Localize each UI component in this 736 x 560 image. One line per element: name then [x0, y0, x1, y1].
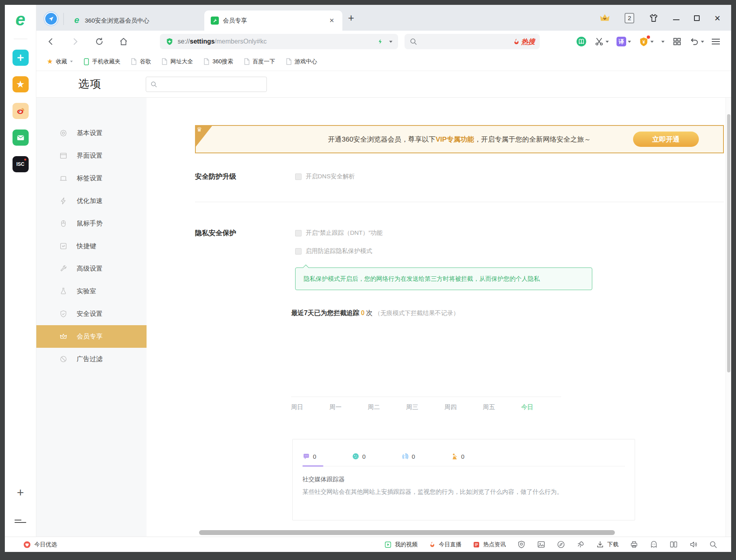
refresh-button[interactable] [94, 37, 104, 46]
tab-close-icon[interactable]: ✕ [327, 16, 336, 25]
news-icon [473, 541, 480, 548]
browser-360-logo-icon[interactable]: e [12, 11, 29, 29]
scissors-dropdown-icon[interactable] [606, 41, 609, 43]
stat-cookie-tracker[interactable]: 0 [352, 452, 365, 460]
download-button[interactable]: 下载 [596, 541, 619, 548]
screenshot-scissors-icon[interactable] [594, 37, 609, 46]
wallet-dropdown-icon[interactable] [650, 41, 654, 43]
navigation-ball-icon[interactable] [44, 11, 59, 26]
bookmark-favorites[interactable]: ★ 收藏 [47, 57, 73, 66]
back-button[interactable] [46, 37, 56, 46]
site-safety-icon[interactable] [517, 540, 526, 549]
tab-count-badge[interactable]: 2 [625, 13, 634, 23]
week-tab-today[interactable]: 今日 [521, 403, 533, 411]
undo-closed-tab-icon[interactable] [690, 37, 704, 46]
wallet-shield-icon[interactable]: ¥ [639, 37, 654, 47]
daily-picks-button[interactable]: 今日优选 [23, 541, 57, 549]
dns-resolution-checkbox[interactable] [295, 173, 302, 180]
sidebar-item-mouse-gestures[interactable]: 鼠标手势 [36, 212, 147, 235]
quick-access-bolt-icon[interactable] [377, 38, 384, 45]
favorites-star-app-icon[interactable]: ★ [13, 76, 29, 92]
extensions-dropdown-icon[interactable] [661, 41, 665, 43]
page-search-icon[interactable] [709, 540, 717, 549]
anti-tracking-checkbox[interactable] [295, 248, 302, 255]
printer-icon[interactable] [630, 540, 638, 549]
bookmark-mobile-favorites[interactable]: 手机收藏夹 [84, 58, 120, 65]
speaker-icon[interactable] [689, 540, 698, 549]
bookmark-baidu[interactable]: 百度一下 [244, 58, 275, 65]
isc-app-icon[interactable]: ISC [13, 156, 29, 172]
settings-search-input[interactable] [146, 77, 267, 92]
sidebar-item-shortcuts[interactable]: 快捷键 [36, 235, 147, 257]
home-button[interactable] [119, 37, 128, 46]
week-tab-sunday[interactable]: 周日 [291, 403, 303, 411]
week-tab-tuesday[interactable]: 周二 [368, 403, 380, 411]
image-viewer-icon[interactable] [537, 540, 545, 549]
live-streaming-button[interactable]: 今日直播 [429, 541, 461, 548]
rocket-icon[interactable] [577, 540, 585, 549]
stat-cryptominer-tracker[interactable]: 0 [451, 452, 464, 460]
health-app-icon[interactable] [13, 50, 29, 66]
hot-news-button[interactable]: 热点资讯 [473, 541, 506, 548]
bookmark-game-center[interactable]: 游戏中心 [286, 58, 317, 65]
split-screen-icon[interactable] [669, 540, 678, 549]
new-tab-button[interactable]: + [348, 12, 354, 24]
add-app-button[interactable]: + [5, 486, 36, 499]
mail-app-icon[interactable] [13, 130, 29, 146]
mouse-icon [59, 219, 68, 228]
tab-member-center[interactable]: e 360安全浏览器会员中心 [66, 10, 204, 31]
week-tab-thursday[interactable]: 周四 [445, 403, 457, 411]
vertical-scrollbar-thumb[interactable] [727, 114, 730, 372]
translate-icon[interactable]: 译 [616, 37, 631, 46]
play-video-icon [384, 541, 392, 548]
site-security-shield-icon[interactable] [166, 37, 174, 46]
apps-grid-icon[interactable] [672, 37, 682, 46]
hot-search-button[interactable]: 热搜 [513, 37, 535, 46]
forward-button[interactable] [70, 37, 80, 46]
tab-members-only[interactable]: 会员专享 ✕ [204, 10, 342, 31]
vip-crown-icon[interactable] [600, 13, 610, 23]
my-videos-button[interactable]: 我的视频 [384, 541, 417, 548]
minimize-button[interactable] [673, 16, 679, 20]
horizontal-scrollbar[interactable] [195, 530, 719, 535]
maximize-button[interactable] [694, 15, 700, 21]
sidebar-item-interface-settings[interactable]: 界面设置 [36, 144, 147, 167]
stat-social-tracker[interactable]: 0 [302, 452, 316, 460]
address-dropdown-icon[interactable] [389, 41, 392, 43]
translate-dropdown-icon[interactable] [628, 41, 631, 43]
sidebar-item-lab[interactable]: 实验室 [36, 280, 147, 303]
address-bar[interactable]: se://settings/membersOnly#kc [160, 34, 398, 49]
bookmark-google[interactable]: 谷歌 [131, 58, 151, 65]
titlebar: e 360安全浏览器会员中心 会员专享 ✕ + 2 ✕ [36, 5, 731, 31]
close-button[interactable]: ✕ [714, 15, 721, 22]
sidebar-item-tab-settings[interactable]: 标签设置 [36, 167, 147, 190]
skin-theme-icon[interactable] [649, 13, 658, 23]
activate-vip-button[interactable]: 立即开通 [633, 132, 699, 147]
search-box[interactable]: 热搜 [405, 34, 540, 49]
dnt-checkbox[interactable] [295, 230, 302, 236]
fingerprint-tracker-icon [401, 452, 409, 460]
week-tab-wednesday[interactable]: 周三 [406, 403, 418, 411]
app-manage-button[interactable] [15, 518, 26, 524]
stat-fingerprint-tracker[interactable]: 0 [401, 452, 415, 460]
horizontal-scrollbar-thumb[interactable] [199, 530, 615, 535]
undo-dropdown-icon[interactable] [701, 41, 704, 43]
sidebar-item-security-settings[interactable]: 安全设置 [36, 303, 147, 325]
bookmark-site-navigation[interactable]: 网址大全 [161, 58, 193, 65]
week-tab-monday[interactable]: 周一 [329, 403, 342, 411]
compass-icon[interactable] [557, 540, 565, 549]
sidebar-item-advanced-settings[interactable]: 高级设置 [36, 257, 147, 280]
sidebar-item-basic-settings[interactable]: 基本设置 [36, 122, 147, 144]
reading-mode-icon[interactable] [576, 36, 587, 47]
bookmark-360-search[interactable]: 360搜索 [203, 58, 233, 65]
week-tab-friday[interactable]: 周五 [483, 403, 495, 411]
sidebar-item-ad-filter[interactable]: 广告过滤 [36, 348, 147, 370]
assistant-icon[interactable] [650, 540, 658, 549]
main-menu-icon[interactable] [712, 37, 720, 46]
favorites-dropdown-icon[interactable] [70, 61, 73, 63]
page-icon [286, 58, 292, 65]
sidebar-item-optimization[interactable]: 优化加速 [36, 190, 147, 212]
sidebar-item-members-only[interactable]: 会员专享 [36, 325, 147, 348]
weibo-app-icon[interactable] [13, 103, 29, 119]
vertical-scrollbar[interactable] [726, 98, 731, 537]
